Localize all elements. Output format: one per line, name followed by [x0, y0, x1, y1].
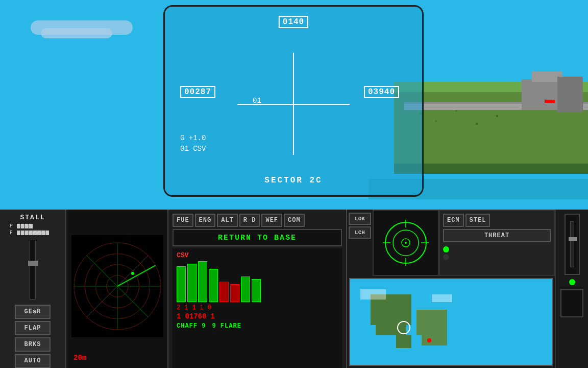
ammo-display: CHAFF 9 9 FLARE	[177, 323, 338, 330]
targeting-scope	[373, 210, 439, 276]
fuel-display: P F	[10, 223, 56, 237]
wnum-3: 1	[192, 304, 195, 311]
map-canvas	[350, 279, 462, 361]
wbar-8	[252, 279, 261, 302]
hud-mode: 01 CSV	[180, 144, 206, 154]
hud-gforce: G +1.0	[180, 133, 206, 144]
wbar-6	[230, 284, 239, 302]
flap-button[interactable]: FLAP	[15, 321, 51, 335]
ecm-panel: ECM STEL THREAT	[439, 210, 555, 276]
weapon-bottom: 1 01760 1	[177, 312, 338, 320]
wbar-3	[198, 261, 207, 302]
weapon-bars	[177, 261, 338, 302]
fuel-f-bars	[17, 231, 49, 235]
lok-button[interactable]: LOK	[349, 213, 371, 225]
flare-display: 9 FLARE	[212, 323, 241, 330]
weapon-label: CSV	[177, 251, 338, 259]
rd-button[interactable]: R D	[239, 214, 260, 227]
fue-button[interactable]: FUE	[173, 214, 193, 227]
hud-display: 0140 00287 03940 01 G +1.0 01 CSV SECTOR…	[163, 5, 424, 197]
far-right-panel	[555, 210, 588, 368]
hud-crosshair: 01	[278, 53, 309, 155]
gear-button[interactable]: GEaR	[15, 305, 51, 319]
svg-point-23	[405, 242, 407, 244]
radar-range: 20m	[74, 354, 86, 362]
score-right: 1	[210, 312, 214, 320]
fuel-p-label: P	[10, 223, 17, 229]
stall-label: STALL	[20, 214, 45, 221]
threat-button[interactable]: THREAT	[443, 229, 551, 242]
indicator-lights	[443, 246, 551, 260]
com-button[interactable]: COM	[284, 214, 305, 227]
svg-rect-13	[455, 110, 457, 112]
wbar-1	[177, 266, 186, 302]
auto-button[interactable]: AUTO	[15, 354, 51, 368]
wnum-4: 1	[200, 304, 204, 311]
throttle-slider[interactable]	[30, 240, 36, 300]
wnum-1: 2	[177, 304, 180, 311]
center-instrument-panel: FUE ENG ALT R D WEF COM RETURN TO BASE C…	[168, 210, 347, 368]
brks-button[interactable]: BRKS	[15, 337, 51, 352]
chaff-display: CHAFF 9	[177, 323, 206, 330]
mini-map	[349, 278, 553, 366]
cloud-2	[41, 28, 112, 38]
display-box	[560, 289, 583, 317]
wnum-2: 1	[184, 304, 188, 311]
fuel-p-bars	[17, 224, 33, 228]
hud-right-number: 03940	[364, 86, 399, 98]
hud-altitude: 0140	[279, 16, 308, 28]
hud-sector: SECTOR 2C	[264, 176, 322, 185]
svg-rect-5	[522, 79, 562, 110]
wbar-5	[219, 282, 229, 302]
ecm-button[interactable]: ECM	[443, 214, 464, 227]
left-instrument-panel: STALL P F	[0, 210, 66, 368]
hud-left-number: 00287	[180, 86, 215, 98]
left-buttons-group: GEaR FLAP BRKS AUTO	[15, 305, 51, 368]
svg-rect-8	[545, 100, 555, 103]
targeting-reticle	[380, 217, 431, 268]
wbar-7	[241, 277, 250, 302]
radar-panel: 20m	[66, 210, 168, 368]
alt-button[interactable]: ALT	[217, 214, 238, 227]
cockpit-panel: STALL P F	[0, 210, 588, 368]
stel-button[interactable]: STEL	[465, 214, 491, 227]
green-indicator	[569, 279, 575, 285]
message-display: RETURN TO BASE	[173, 229, 342, 246]
instrument-buttons: FUE ENG ALT R D WEF COM	[168, 210, 346, 229]
lch-button[interactable]: LCH	[349, 226, 371, 239]
message-text: RETURN TO BASE	[218, 234, 297, 242]
weapon-numbers: 2 1 1 1 0	[177, 304, 338, 311]
right-panel: LOK LCH ECM S	[347, 210, 555, 368]
svg-rect-14	[476, 123, 478, 125]
right-top-section: LOK LCH ECM S	[347, 210, 555, 276]
svg-rect-15	[496, 115, 498, 117]
svg-rect-12	[435, 120, 437, 122]
fuel-f-label: F	[10, 230, 17, 236]
throttle-right-slider[interactable]	[565, 214, 580, 275]
wnum-5: 0	[208, 304, 211, 311]
wef-button[interactable]: WEF	[261, 214, 282, 227]
weapon-display: CSV 2 1 1 1 0 1	[173, 248, 342, 368]
hud-indicator: 01	[253, 97, 261, 105]
hud-info: G +1.0 01 CSV	[180, 133, 206, 154]
game-scene: 0140 00287 03940 01 G +1.0 01 CSV SECTOR…	[0, 0, 588, 210]
lok-lch-panel: LOK LCH	[347, 210, 373, 276]
score-main: 01760	[185, 312, 206, 320]
indicator-2	[443, 254, 449, 260]
indicator-1	[443, 246, 449, 252]
radar-display	[71, 235, 163, 337]
svg-rect-7	[557, 77, 583, 112]
wbar-4	[209, 269, 218, 302]
score-left: 1	[177, 312, 181, 320]
wbar-2	[187, 264, 197, 302]
eng-button[interactable]: ENG	[195, 214, 216, 227]
